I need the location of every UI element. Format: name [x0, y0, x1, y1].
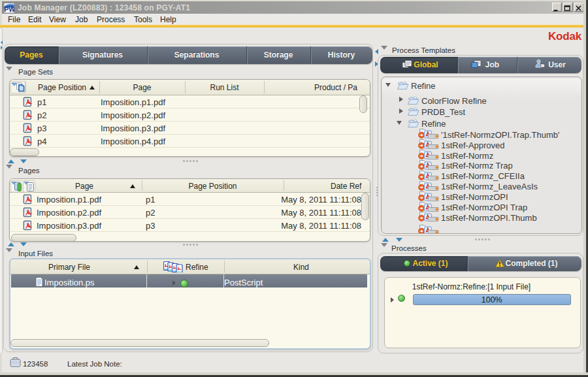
- svg-text:PW: PW: [4, 5, 14, 13]
